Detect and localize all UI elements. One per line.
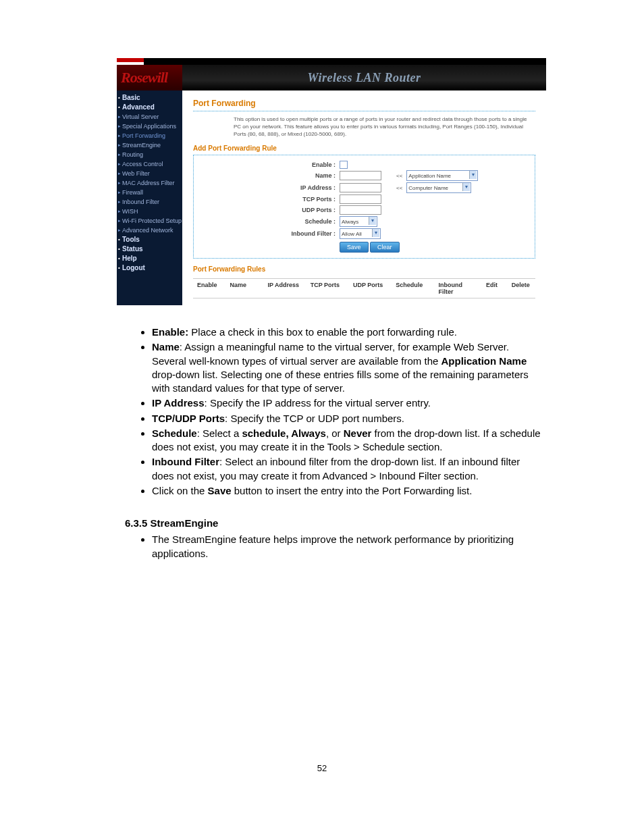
bold-inbound: Inbound Filter [152, 456, 219, 467]
list-item: The StreamEngine feature helps improve t… [152, 533, 543, 561]
sidebar-item[interactable]: Wi-Fi Protected Setup [117, 216, 182, 226]
list-item: Name: Assign a meaningful name to the vi… [152, 340, 543, 395]
col-schedule: Schedule [392, 279, 434, 298]
bold-name: Name [152, 341, 180, 353]
bold-schedule: Schedule [152, 427, 197, 439]
label-inbound: Inbound Filter : [200, 230, 336, 237]
arrows-icon: << [396, 185, 402, 191]
label-udp: UDP Ports : [200, 207, 336, 213]
col-delete: Delete [508, 279, 535, 298]
red-accent [117, 58, 144, 62]
sidebar-item[interactable]: Web Filter [117, 169, 182, 178]
ip-input[interactable] [340, 183, 381, 192]
arrows-icon: << [396, 173, 402, 179]
label-ip: IP Address : [200, 184, 336, 191]
sidebar-category[interactable]: Status [117, 244, 182, 254]
enable-checkbox[interactable] [340, 161, 348, 169]
save-button[interactable]: Save [340, 242, 369, 253]
label-name: Name : [200, 172, 336, 179]
computer-name-value: Computer Name [408, 185, 448, 191]
rules-table: Enable Name IP Address TCP Ports UDP Por… [193, 278, 535, 298]
router-ui-screenshot: Rosewill Wireless LAN Router BasicAdvanc… [117, 65, 546, 305]
col-enable: Enable [193, 279, 226, 298]
sidebar-item[interactable]: Access Control [117, 159, 182, 169]
bold-appname: Application Name [441, 355, 527, 367]
sidebar-category[interactable]: Advanced [117, 103, 182, 112]
sidebar-item[interactable]: Port Forwarding [117, 131, 182, 140]
section-title-rules: Port Forwarding Rules [193, 265, 535, 273]
list-item: TCP/UDP Ports: Specify the TCP or UDP po… [152, 412, 543, 425]
sidebar-item[interactable]: MAC Address Filter [117, 178, 182, 188]
sidebar-item[interactable]: Routing [117, 150, 182, 159]
ui-header: Rosewill Wireless LAN Router [117, 65, 546, 90]
sidebar-category[interactable]: Help [117, 254, 182, 263]
bold-ip: IP Address [152, 397, 205, 409]
application-name-value: Application Name [408, 173, 451, 179]
black-bar [144, 58, 546, 65]
col-inbound: Inbound Filter [435, 279, 483, 298]
sidebar-item[interactable]: Advanced Network [117, 226, 182, 235]
header-title: Wireless LAN Router [182, 71, 546, 85]
brand-name: Rosewill [121, 69, 167, 86]
inbound-filter-value: Allow All [342, 231, 362, 237]
description-list-2: The StreamEngine feature helps improve t… [125, 533, 543, 561]
sidebar-item[interactable]: Special Applications [117, 122, 182, 131]
page-title: Port Forwarding [193, 99, 535, 108]
sidebar-category[interactable]: Tools [117, 235, 182, 244]
add-rule-form: Enable : Name : << Application Name IP A… [193, 155, 535, 259]
list-item: IP Address: Specify the IP address for t… [152, 396, 543, 410]
col-ip: IP Address [264, 279, 306, 298]
col-edit: Edit [482, 279, 508, 298]
bold-ports: TCP/UDP Ports [152, 413, 225, 424]
page-description: This option is used to open multiple por… [234, 115, 535, 138]
divider [193, 111, 535, 111]
sidebar-item[interactable]: Inbound Filter [117, 197, 182, 207]
udp-input[interactable] [340, 205, 381, 215]
name-input[interactable] [340, 171, 381, 180]
col-tcp: TCP Ports [306, 279, 349, 298]
rules-table-header: Enable Name IP Address TCP Ports UDP Por… [193, 278, 535, 298]
sidebar-category[interactable]: Logout [117, 263, 182, 273]
sidebar: BasicAdvancedVirtual ServerSpecial Appli… [117, 90, 182, 305]
sidebar-item[interactable]: Firewall [117, 188, 182, 197]
document-text: Enable: Place a check in this box to ena… [125, 325, 543, 561]
list-item: Enable: Place a check in this box to ena… [152, 325, 543, 339]
inbound-filter-select[interactable]: Allow All [340, 228, 381, 239]
tcp-input[interactable] [340, 194, 381, 204]
list-item: Click on the Save button to insert the e… [152, 484, 543, 498]
col-name: Name [226, 279, 264, 298]
sidebar-item[interactable]: StreamEngine [117, 140, 182, 150]
label-enable: Enable : [200, 161, 336, 168]
sidebar-item[interactable]: WISH [117, 207, 182, 216]
computer-name-select[interactable]: Computer Name [406, 182, 471, 193]
application-name-select[interactable]: Application Name [406, 170, 478, 181]
bold-enable: Enable: [152, 326, 188, 338]
description-list: Enable: Place a check in this box to ena… [125, 325, 543, 498]
main-panel: Port Forwarding This option is used to o… [182, 90, 546, 305]
brand-logo: Rosewill [117, 65, 182, 90]
sidebar-category[interactable]: Basic [117, 93, 182, 103]
label-schedule: Schedule : [200, 218, 336, 225]
schedule-select[interactable]: Always [340, 216, 377, 227]
label-tcp: TCP Ports : [200, 196, 336, 203]
list-item: Schedule: Select a schedule, Always, or … [152, 427, 543, 454]
sidebar-item[interactable]: Virtual Server [117, 112, 182, 122]
clear-button[interactable]: Clear [370, 242, 400, 253]
section-title-add-rule: Add Port Forwarding Rule [193, 145, 535, 152]
list-item: Inbound Filter: Select an inbound filter… [152, 455, 543, 483]
schedule-value: Always [342, 219, 358, 225]
col-udp: UDP Ports [349, 279, 392, 298]
section-heading: 6.3.5 StreamEngine [125, 517, 543, 530]
page-number: 52 [0, 763, 644, 773]
